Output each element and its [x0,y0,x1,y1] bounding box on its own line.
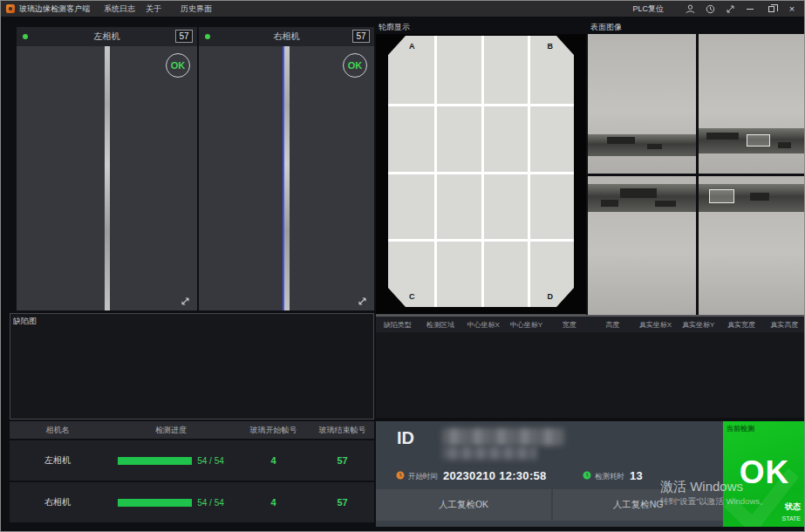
column-header: 玻璃结束帧号 [310,425,374,436]
column-header: 玻璃开始帧号 [236,425,310,436]
contour-display: A B C D [376,34,586,315]
start-time-value: 20230210 12:30:58 [443,469,547,482]
expand-icon[interactable] [180,295,191,306]
column-header: 真实坐标X [634,320,677,330]
camera-name-cell: 右相机 [10,496,106,508]
grid-line [388,172,574,174]
table-row: 右相机 54 / 54 4 57 [10,482,374,522]
corner-label-d: D [548,292,554,301]
contour-panel-title: 轮廓显示 [376,20,586,34]
left-camera-header: 左相机 57 [17,27,197,46]
glass-edge-strip [284,46,290,310]
corner-label-a: A [409,42,415,51]
surface-image-top-left [588,34,696,174]
history-clock-icon[interactable] [704,3,716,15]
right-camera-status-badge: OK [343,53,367,78]
right-camera-header: 右相机 57 [199,27,374,46]
column-header: 检测进度 [106,425,236,436]
left-camera-status-badge: OK [166,53,190,78]
menu-history[interactable]: 历史界面 [181,3,212,15]
status-state-label: 状态 [785,501,801,513]
column-header: 缺陷类型 [376,320,419,330]
windows-activation-watermark: 激活 Windows [660,479,743,495]
user-icon[interactable] [684,3,696,15]
surface-image-bottom-left [588,176,696,316]
defect-table-header: 缺陷类型 检测区域 中心坐标X 中心坐标Y 宽度 高度 真实坐标X 真实坐标Y … [376,317,805,332]
title-bar: 玻璃边缘检测客户端 系统日志 关于 历史界面 PLC复位 × [1,1,804,17]
device-edge-band [588,134,696,157]
restore-button[interactable] [764,3,778,15]
column-header: 相机名 [10,425,106,436]
corner-label-b: B [548,42,554,51]
glass-edge-strip [105,46,110,310]
camera-stats-table: 相机名 检测进度 玻璃开始帧号 玻璃结束帧号 左相机 54 / 54 4 57 … [10,421,374,522]
surface-panel-title: 表面图像 [588,20,805,34]
camera-online-dot-icon [23,34,28,39]
left-camera-view[interactable]: OK [17,46,197,310]
right-camera-view[interactable]: OK [199,46,374,310]
surface-image-bottom-right [699,176,805,316]
column-header: 中心坐标Y [505,320,548,330]
grid-line [388,104,574,106]
glass-contour-grid: A B C D [388,36,574,307]
duration-label: 检测耗时 [595,472,624,482]
start-time-clock-icon [396,471,405,480]
plc-reset-button[interactable]: PLC复位 [632,3,664,15]
id-label: ID [397,428,414,448]
resize-arrows-icon[interactable] [724,3,736,15]
expand-icon[interactable] [357,295,368,306]
column-header: 宽度 [548,320,590,330]
surface-image-grid [588,34,805,315]
defect-image-panel-title: 缺陷图 [10,314,373,328]
column-header: 真实高度 [763,320,805,330]
app-logo-icon [6,4,15,13]
left-camera-name: 左相机 [17,31,197,43]
manual-recheck-ok-button[interactable]: 人工复检OK [376,489,551,521]
left-camera-frame-count: 57 [175,30,193,43]
column-header: 中心坐标X [462,320,505,330]
right-camera-name: 右相机 [199,31,374,43]
camera-online-dot-icon [205,34,210,39]
left-camera-panel: 左相机 57 OK [17,27,197,310]
right-camera-panel: 右相机 57 OK [199,27,374,310]
end-frame-cell: 57 [310,497,374,508]
progress-bar [118,499,192,507]
id-value-redacted [442,428,564,446]
duration-clock-icon [583,471,591,480]
menu-about[interactable]: 关于 [146,3,161,15]
start-time-label: 开始时间 [408,472,438,482]
table-row: 左相机 54 / 54 4 57 [10,440,374,481]
camera-name-cell: 左相机 [10,454,106,467]
status-caption: 当前检测 [727,424,754,433]
column-header: 高度 [590,320,633,330]
contour-panel: 轮廓显示 A B C D [376,20,586,315]
id-value-redacted [442,447,536,460]
column-header: 真实宽度 [720,320,762,330]
end-frame-cell: 57 [310,455,374,466]
progress-text: 54 / 54 [197,456,224,466]
menu-system-log[interactable]: 系统日志 [104,3,135,15]
app-window: 玻璃边缘检测客户端 系统日志 关于 历史界面 PLC复位 × 左相机 57 OK [0,0,805,532]
windows-activation-watermark-sub: 转到“设置”以激活 Windows。 [660,496,768,508]
duration-value: 13 [630,469,643,482]
inspection-result-panel: ID 开始时间 20230210 12:30:58 检测耗时 13 人工复检OK… [376,421,805,527]
right-camera-frame-count: 57 [352,30,370,43]
stats-table-header: 相机名 检测进度 玻璃开始帧号 玻璃结束帧号 [10,421,374,439]
column-header: 真实坐标Y [677,320,720,330]
app-title: 玻璃边缘检测客户端 [19,3,90,15]
grid-line [388,239,574,242]
close-button[interactable]: × [785,3,799,15]
start-frame-cell: 4 [236,497,310,508]
defect-table: 缺陷类型 检测区域 中心坐标X 中心坐标Y 宽度 高度 真实坐标X 真实坐标Y … [376,315,805,418]
defect-image-panel: 缺陷图 [10,313,374,419]
current-result-status-box: 当前检测 OK 状态 STATE [723,421,805,527]
progress-text: 54 / 54 [197,498,224,508]
minimize-button[interactable] [743,3,757,15]
surface-image-top-right [699,34,805,174]
corner-label-c: C [409,292,415,301]
progress-bar [118,457,192,465]
surface-image-panel: 表面图像 [588,20,805,315]
status-state-label-en: STATE [781,515,801,522]
column-header: 检测区域 [419,320,461,330]
start-frame-cell: 4 [236,455,310,466]
